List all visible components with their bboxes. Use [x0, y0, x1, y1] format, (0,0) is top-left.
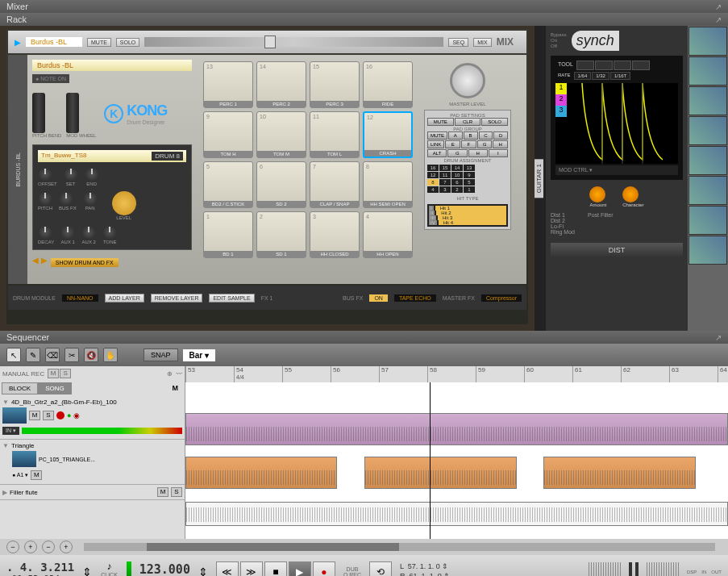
ps-solo[interactable]: SOLO — [481, 118, 508, 126]
lane-mute[interactable]: M — [31, 470, 42, 480]
sample-name[interactable]: Tm_Buww_TS8 DRUM 8 — [38, 150, 186, 162]
edit-sample-button[interactable]: EDIT SAMPLE — [209, 294, 254, 303]
thumb[interactable] — [688, 236, 727, 265]
mix-button[interactable]: MIX — [473, 38, 491, 47]
track-device-icon[interactable] — [12, 451, 36, 467]
add-lane-icon[interactable]: ⊕ — [167, 370, 173, 378]
zoom-out-h-icon[interactable]: − — [6, 541, 19, 553]
rack-expand-icon[interactable]: ↗ — [715, 15, 722, 24]
audio-clip[interactable] — [543, 457, 695, 489]
rewind-button[interactable]: ≪ — [216, 561, 239, 576]
qrec-button[interactable]: Q REC — [343, 572, 361, 576]
curve-tab-2[interactable]: 2 — [555, 94, 567, 106]
character-knob[interactable] — [622, 186, 639, 202]
ruler-tick[interactable]: 63 — [669, 366, 679, 382]
assign-16[interactable]: 16 — [427, 165, 439, 171]
show-drum-arrow-icon[interactable]: ◀ ▶ — [32, 256, 48, 265]
drum-pad-13[interactable]: 13PERC 1 — [203, 61, 253, 108]
clips-area[interactable] — [185, 382, 728, 539]
drum-pad-2[interactable]: 2SD 1 — [256, 211, 306, 258]
track-device-icon[interactable] — [2, 407, 27, 424]
compressor-display[interactable]: Compressor — [481, 294, 522, 302]
curve-tab-1[interactable]: 1 — [555, 83, 567, 94]
dist-button[interactable]: DIST — [551, 243, 683, 257]
busfx-knob[interactable] — [59, 191, 73, 206]
ps-clr[interactable]: CLR — [455, 118, 481, 126]
slider-handle[interactable] — [264, 35, 276, 48]
record-button[interactable]: ● — [313, 561, 335, 576]
decay-knob[interactable] — [38, 225, 52, 240]
zoom-out-v-icon[interactable]: − — [42, 541, 55, 553]
ruler-tick[interactable]: 55 — [282, 366, 292, 382]
drum-pad-16[interactable]: 16RIDE — [363, 61, 413, 108]
drum-pad-9[interactable]: 9TOM H — [203, 111, 253, 158]
pg-h[interactable]: H — [493, 140, 508, 148]
tuner-icon[interactable]: ◉ — [73, 411, 80, 419]
audio-clip[interactable] — [185, 413, 728, 445]
offset-knob[interactable] — [38, 167, 52, 182]
tool-step-icon[interactable] — [614, 61, 631, 70]
pan-knob[interactable] — [83, 191, 98, 206]
rate-132[interactable]: 1/32 — [592, 72, 609, 80]
drum-pad-8[interactable]: 8HH SEMI OPEN — [363, 161, 413, 208]
device-thumbnails[interactable] — [688, 26, 728, 331]
track-fold-icon[interactable]: ▼ — [2, 399, 9, 406]
drum-pad-3[interactable]: 3HH CLOSED — [310, 211, 360, 258]
bypass-switch[interactable]: Bypass On Off — [551, 32, 567, 50]
assign-9[interactable]: 9 — [464, 172, 475, 178]
ruler[interactable]: 53544/455565758596061626364 — [185, 366, 728, 382]
assign-11[interactable]: 11 — [439, 172, 451, 178]
ruler-tick[interactable]: 61 — [572, 366, 582, 382]
dist-options[interactable]: Dist 1Dist 2 Lo-FiRing Mod — [551, 212, 575, 235]
pg-e[interactable]: E — [445, 140, 460, 148]
assign-6[interactable]: 6 — [451, 179, 463, 186]
thumb[interactable] — [688, 27, 727, 56]
curve-tab-3[interactable]: 3 — [555, 106, 567, 117]
pos-stepper-icon[interactable]: ⇕ — [82, 566, 92, 576]
thumb[interactable] — [688, 116, 727, 145]
global-solo[interactable]: S — [60, 369, 71, 378]
playhead[interactable] — [430, 382, 431, 539]
sequencer-panel-header[interactable]: Sequencer ↗ — [0, 331, 728, 344]
automation-icon[interactable]: 〰 — [176, 370, 182, 378]
pg-i[interactable]: I — [489, 149, 508, 157]
ruler-tick[interactable]: 62 — [621, 366, 630, 382]
stop-button[interactable]: ■ — [264, 561, 287, 576]
mute-button[interactable]: MUTE — [87, 38, 111, 47]
pitch-wheel[interactable] — [32, 93, 45, 133]
pg-d[interactable]: D — [493, 131, 508, 140]
audio-clip[interactable] — [185, 457, 337, 489]
drum-pad-15[interactable]: 15PERC 3 — [310, 61, 360, 108]
rack-panel-header[interactable]: Rack ↗ — [0, 13, 728, 26]
pg-h[interactable]: H — [468, 149, 488, 157]
mute-tool-icon[interactable]: 🔇 — [84, 348, 98, 362]
remove-layer-button[interactable]: REMOVE LAYER — [151, 294, 203, 303]
song-mode-button[interactable]: SONG — [38, 382, 72, 394]
click-level[interactable] — [127, 561, 131, 576]
assign-4[interactable]: 4 — [427, 186, 439, 193]
assign-1[interactable]: 1 — [464, 186, 475, 193]
scrollbar-thumb[interactable] — [147, 543, 399, 551]
track-solo[interactable]: S — [171, 487, 182, 497]
device-slider[interactable] — [144, 37, 443, 47]
mixer-panel-header[interactable]: Mixer ↗ — [0, 0, 728, 13]
ruler-tick[interactable]: 56 — [331, 366, 340, 382]
module-display[interactable]: NN-NANO — [62, 294, 98, 302]
assign-12[interactable]: 12 — [427, 172, 439, 178]
drum-pad-12[interactable]: 12CRASH — [363, 111, 413, 158]
play-button[interactable]: ▶ — [289, 561, 311, 576]
snap-value-dropdown[interactable]: Bar ▾ — [183, 349, 215, 361]
thumb[interactable] — [688, 146, 727, 175]
thumb[interactable] — [688, 86, 727, 115]
hit-IV[interactable]: IVHit 4 — [429, 220, 506, 225]
track-row[interactable]: ▼4D_Bb_Gtr2_a2_(Bb-Gm-F-Eb)_100 M S ● ◉ … — [0, 396, 185, 440]
pg-alt[interactable]: ALT — [427, 149, 447, 157]
pitch-knob[interactable] — [38, 191, 52, 206]
ruler-tick[interactable]: 57 — [379, 366, 389, 382]
pencil-tool-icon[interactable]: ✎ — [26, 348, 40, 362]
solo-button[interactable]: SOLO — [116, 38, 139, 47]
pg-a[interactable]: A — [448, 131, 463, 140]
drum-pad-4[interactable]: 4HH OPEN — [363, 211, 413, 258]
device-name[interactable]: Burdus -BL — [26, 37, 82, 47]
drum-pad-5[interactable]: 5BD2 / C.STICK — [203, 161, 253, 208]
